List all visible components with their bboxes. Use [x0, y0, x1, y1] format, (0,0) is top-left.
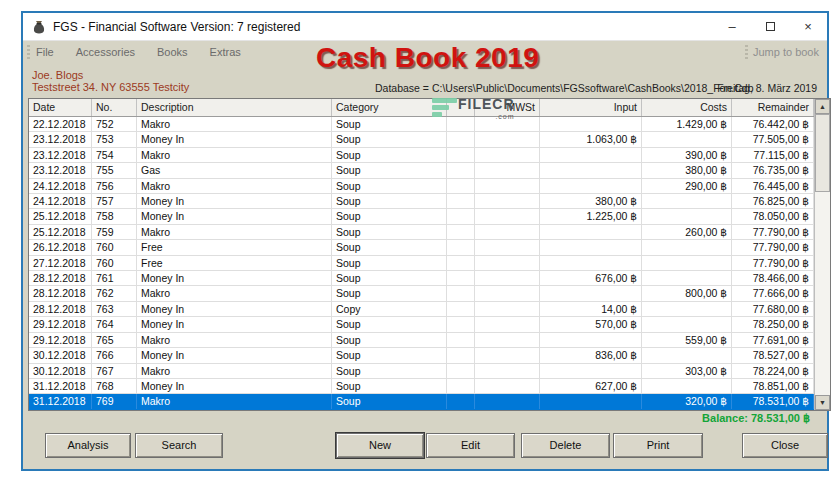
table-cell — [447, 364, 475, 378]
table-cell — [642, 194, 732, 208]
table-cell: 76.825,00 ฿ — [732, 194, 814, 208]
table-row[interactable]: 24.12.2018757Money InSoup380,00 ฿76.825,… — [29, 194, 814, 209]
table-row[interactable]: 23.12.2018755GasSoup380,00 ฿76.735,00 ฿ — [29, 163, 814, 178]
table-row[interactable]: 28.12.2018762MakroSoup800,00 ฿77.666,00 … — [29, 286, 814, 301]
table-row[interactable]: 23.12.2018753Money InSoup1.063,00 ฿77.50… — [29, 132, 814, 147]
table-cell: 380,00 ฿ — [642, 163, 732, 177]
table-row[interactable]: 23.12.2018754MakroSoup390,00 ฿77.115,00 … — [29, 148, 814, 163]
table-cell — [475, 240, 540, 254]
column-header-no[interactable]: No. — [92, 99, 137, 116]
table-row[interactable]: 30.12.2018767MakroSoup303,00 ฿78.224,00 … — [29, 364, 814, 379]
table-cell: 78.851,00 ฿ — [732, 379, 814, 393]
table-row[interactable]: 25.12.2018758Money InSoup1.225,00 ฿78.05… — [29, 209, 814, 224]
table-row[interactable]: 29.12.2018765MakroSoup559,00 ฿77.691,00 … — [29, 333, 814, 348]
vertical-scrollbar[interactable]: ▲ ▼ — [814, 99, 830, 410]
table-cell: Makro — [137, 225, 332, 239]
table-row[interactable]: 31.12.2018768Money InSoup627,00 ฿78.851,… — [29, 379, 814, 394]
table-cell: 78.527,00 ฿ — [732, 348, 814, 362]
table-cell — [447, 317, 475, 331]
table-cell: 24.12.2018 — [29, 194, 92, 208]
scrollbar-thumb[interactable] — [815, 114, 830, 192]
table-cell: 78.466,00 ฿ — [732, 271, 814, 285]
balance-total: Balance: 78.531,00 ฿ — [702, 412, 810, 425]
scroll-up-arrow-icon[interactable]: ▲ — [815, 99, 830, 114]
menu-accessories[interactable]: Accessories — [76, 46, 135, 58]
table-cell: Soup — [332, 394, 447, 408]
table-cell — [447, 163, 475, 177]
table-cell — [540, 179, 642, 193]
search-button[interactable]: Search — [135, 433, 223, 458]
table-row[interactable]: 31.12.2018769MakroSoup320,00 ฿78.531,00 … — [29, 394, 814, 409]
jump-to-book-button[interactable]: Jump to book — [753, 46, 819, 58]
table-row[interactable]: 25.12.2018759MakroSoup260,00 ฿77.790,00 … — [29, 225, 814, 240]
table-cell: 390,00 ฿ — [642, 148, 732, 162]
table-cell: 764 — [92, 317, 137, 331]
table-cell: 77.790,00 ฿ — [732, 256, 814, 270]
table-cell — [447, 240, 475, 254]
table-cell: 29.12.2018 — [29, 317, 92, 331]
table-row[interactable]: 28.12.2018763Money InCopy14,00 ฿77.680,0… — [29, 302, 814, 317]
table-row[interactable]: 22.12.2018752MakroSoup1.429,00 ฿76.442,0… — [29, 117, 814, 132]
table-cell — [447, 348, 475, 362]
table-cell — [447, 148, 475, 162]
table-cell: 759 — [92, 225, 137, 239]
page-title: Cash Book 2019 — [316, 42, 539, 74]
table-cell — [475, 179, 540, 193]
table-row[interactable]: 30.12.2018766Money InSoup836,00 ฿78.527,… — [29, 348, 814, 363]
table-cell — [447, 256, 475, 270]
table-cell: 76.735,00 ฿ — [732, 163, 814, 177]
watermark-tld: .com — [458, 113, 515, 120]
table-cell — [447, 394, 475, 408]
column-header-input[interactable]: Input — [540, 99, 642, 116]
table-cell: 758 — [92, 209, 137, 223]
table-row[interactable]: 26.12.2018760FreeSoup77.790,00 ฿ — [29, 240, 814, 255]
table-cell: Soup — [332, 286, 447, 300]
table-cell: 26.12.2018 — [29, 240, 92, 254]
table-cell: Soup — [332, 348, 447, 362]
close-window-button[interactable]: × — [789, 13, 827, 40]
table-cell: 76.445,00 ฿ — [732, 179, 814, 193]
minimize-button[interactable]: – — [713, 13, 751, 40]
column-header-description[interactable]: Description — [137, 99, 332, 116]
new-button[interactable]: New — [336, 433, 424, 458]
maximize-button[interactable] — [751, 13, 789, 40]
table-cell: Soup — [332, 117, 447, 131]
table-row[interactable]: 29.12.2018764Money InSoup570,00 ฿78.250,… — [29, 317, 814, 332]
table-cell: 765 — [92, 333, 137, 347]
menu-books[interactable]: Books — [157, 46, 188, 58]
table-row[interactable]: 24.12.2018756MakroSoup290,00 ฿76.445,00 … — [29, 179, 814, 194]
table-cell — [475, 317, 540, 331]
window-title: FGS - Financial Software Version: 7 regi… — [53, 20, 300, 34]
menu-file[interactable]: File — [36, 46, 54, 58]
table-cell: 766 — [92, 348, 137, 362]
table-row[interactable]: 27.12.2018760FreeSoup77.790,00 ฿ — [29, 256, 814, 271]
table-cell: 762 — [92, 286, 137, 300]
table-cell: 676,00 ฿ — [540, 271, 642, 285]
delete-button[interactable]: Delete — [521, 433, 610, 458]
table-cell: 1.429,00 ฿ — [642, 117, 732, 131]
table-row[interactable]: 28.12.2018761Money InSoup676,00 ฿78.466,… — [29, 271, 814, 286]
edit-button[interactable]: Edit — [426, 433, 515, 458]
column-header-category[interactable]: Category — [332, 99, 447, 116]
table-cell — [642, 271, 732, 285]
table-cell — [642, 240, 732, 254]
toolbar-grip — [745, 45, 748, 59]
table-cell: 380,00 ฿ — [540, 194, 642, 208]
table-cell — [540, 117, 642, 131]
app-window: FGS - Financial Software Version: 7 regi… — [21, 11, 829, 471]
table-cell: 78.250,00 ฿ — [732, 317, 814, 331]
column-header-date[interactable]: Date — [29, 99, 92, 116]
print-button[interactable]: Print — [613, 433, 703, 458]
table-cell: Makro — [137, 333, 332, 347]
menu-extras[interactable]: Extras — [210, 46, 241, 58]
scroll-down-arrow-icon[interactable]: ▼ — [815, 395, 830, 410]
table-cell — [475, 256, 540, 270]
table-cell: 30.12.2018 — [29, 364, 92, 378]
analysis-button[interactable]: Analysis — [45, 433, 131, 458]
close-button[interactable]: Close — [742, 433, 828, 458]
column-header-remainder[interactable]: Remainder — [732, 99, 814, 116]
current-date: Freitag, 8. März 2019 — [717, 82, 817, 94]
column-header-costs[interactable]: Costs — [642, 99, 732, 116]
table-cell: 800,00 ฿ — [642, 286, 732, 300]
table-cell: 627,00 ฿ — [540, 379, 642, 393]
